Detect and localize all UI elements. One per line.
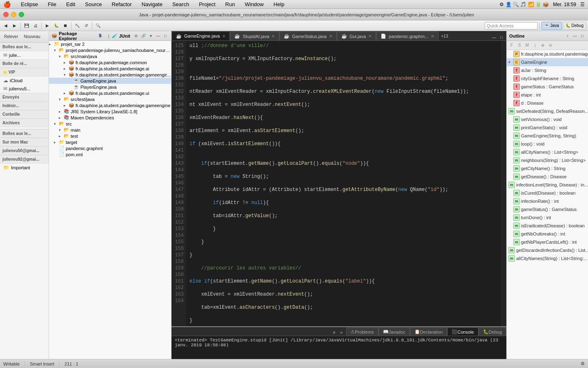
bottom-tab-javadoc[interactable]: 📖 Javadoc [379, 328, 410, 336]
editor-scrollbar[interactable] [501, 41, 506, 326]
bottom-tab-problems[interactable]: ⚠ Problems [346, 328, 378, 336]
editor-tab-gui[interactable]: ☕ Gui.java ✕ [337, 31, 376, 40]
tree-item-maven[interactable]: ▸ 📚 Maven Dependencies [49, 114, 171, 121]
collapse-all-btn[interactable]: ⊖ [133, 33, 139, 39]
tree-item-ui[interactable]: ▸ 📦 fr.dauphine.ja.student.pandemiage.ui [49, 90, 171, 96]
toolbar-stop[interactable]: ⏹ [61, 22, 69, 30]
outline-item-aijar[interactable]: f aiJar : String [507, 66, 588, 74]
maximize-panel-btn[interactable]: □ [162, 33, 169, 39]
editor-tab-more[interactable]: +13 [439, 31, 450, 40]
email-folder-important[interactable]: 📁 Important [0, 164, 49, 172]
outline-item-gamestatus-method[interactable]: m gameStatus() : GameStatus [507, 205, 588, 213]
toolbar-print[interactable]: 🖨 [31, 22, 40, 30]
tree-item-main[interactable]: ▾ 📂 main [49, 127, 171, 133]
toolbar-search[interactable]: 🔍 [94, 22, 102, 30]
outline-item-loop[interactable]: m loop() : void [507, 140, 588, 148]
email-relever[interactable]: Relever [2, 33, 20, 41]
menu-window[interactable]: Window [243, 1, 265, 7]
package-explorer-tab[interactable]: 📦 Package Explorer 5 [51, 31, 103, 41]
outline-item-infectionrate[interactable]: m infectionRate() : int [507, 197, 588, 205]
email-folder-julie[interactable]: ✉ julie... [0, 51, 49, 59]
outline-item-getdisease[interactable]: m getDisease() : Disease [507, 173, 588, 181]
outline-expand-all[interactable]: ⊕ [539, 42, 546, 49]
outline-item-package[interactable]: P fr.dauphine.ja.student.pandemiage.ga..… [507, 50, 588, 58]
tree-item-pandemiage-root[interactable]: ▾ 📂 projet-pandemiage-julienvu_samiachou… [49, 47, 171, 53]
close-tab-icon-4[interactable]: ✕ [368, 34, 372, 38]
toolbar-build[interactable]: 🔨 [73, 22, 81, 30]
editor-maximize-btn[interactable]: □ [498, 34, 505, 40]
tree-item-src-test[interactable]: ▾ 📂 src/test/java [49, 96, 171, 102]
outline-item-gameengine[interactable]: ▾ C GameEngine [507, 58, 588, 66]
outline-item-printgamestats[interactable]: m printGameStats() : void [507, 123, 588, 132]
outline-item-setvictorious[interactable]: m setVictorious() : void [507, 115, 588, 123]
tree-item-pom[interactable]: 📄 pom.xml [49, 151, 171, 157]
toolbar-refresh[interactable]: ↺ [82, 22, 90, 30]
outline-collapse-all[interactable]: ⊖ [547, 42, 554, 49]
toolbar-back[interactable]: ◀ [2, 22, 10, 30]
outline-item-allcitynames[interactable]: m allCityNames() : List<String> [507, 148, 588, 156]
tree-item-target[interactable]: ▸ 📁 target [49, 139, 171, 145]
tree-item-ai[interactable]: ▸ 📦 fr.dauphine.ja.student.pandemiage.ai [49, 65, 171, 72]
code-content[interactable]: ull ;//donnée d'une ville// y xmlInputFa… [186, 41, 501, 326]
editor-minimize-btn[interactable]: — [491, 34, 497, 40]
outline-item-getcityname[interactable]: m getCityName() : String [507, 164, 588, 173]
outline-item-turndone[interactable]: m turnDone() : int [507, 213, 588, 222]
tree-item-gameengine-java[interactable]: ☕ GameEngine.java [49, 78, 171, 84]
outline-item-infectionlevel[interactable]: m infectionLevel(String, Disease) : in..… [507, 181, 588, 189]
tree-item-test-folder[interactable]: ▸ 📂 test [49, 133, 171, 139]
toolbar-run[interactable]: ▶ [43, 22, 51, 30]
junit-tab[interactable]: 🧪 JUnit [112, 33, 131, 38]
bottom-tab-console[interactable]: ⬛ Console [447, 328, 478, 336]
perspective-debug[interactable]: 🐛 Debug [563, 22, 586, 30]
outline-hide-static[interactable]: S [516, 42, 523, 49]
tree-item-playerengine-java[interactable]: ☕ PlayerEngine.java [49, 84, 171, 90]
menu-source[interactable]: Source [83, 1, 103, 7]
tree-item-jre[interactable]: ▸ 📚 JRE System Library [JavaSE-1.8] [49, 108, 171, 114]
tree-item-pandemic-graphml[interactable]: 📄 pandemic.graphml [49, 145, 171, 151]
tree-item-test-gameengine[interactable]: ▸ 📦 fr.dauphine.ja.student.pandemiage.ga… [49, 102, 171, 108]
close-tab-icon-5[interactable]: ✕ [431, 34, 434, 38]
outline-item-setdefeated[interactable]: m setDefeated(String, DefeatReason... [507, 107, 588, 115]
outline-minimize-btn[interactable]: — [572, 33, 578, 39]
outline-maximize-btn[interactable]: □ [579, 33, 586, 39]
outline-item-neighbours[interactable]: m neighbours(String) : List<String> [507, 156, 588, 164]
outline-hide-methods[interactable]: M [524, 42, 530, 49]
close-tab-icon-3[interactable]: ✕ [329, 34, 332, 38]
outline-item-d[interactable]: f d : Disease [507, 99, 588, 107]
outline-item-etape[interactable]: f etape : int [507, 91, 588, 99]
editor-tab-gameengine[interactable]: ☕ GameEngine.java ✕ [172, 31, 230, 40]
email-nouveau[interactable]: Nouveau [22, 33, 42, 41]
menu-project[interactable]: Project [197, 1, 217, 7]
outline-item-iseradicated[interactable]: m isEradicated(Disease) : boolean [507, 222, 588, 230]
menu-run[interactable]: Run [224, 1, 237, 7]
outline-item-getdiscarded[interactable]: m getDiscardedInfectionCards() : List... [507, 246, 588, 254]
tree-item-projet-sar[interactable]: ▸ 📁 projet_sar 2 [49, 41, 171, 47]
outline-item-getnbplayercards[interactable]: m getNbPlayerCardsLeft() : int [507, 238, 588, 246]
outline-hide-fields[interactable]: F [508, 42, 515, 49]
menu-eclipse[interactable]: Eclipse [19, 1, 40, 7]
tree-item-gameengine-pkg[interactable]: ▾ 📦 fr.dauphine.ja.student.pandemiage.ga… [49, 72, 171, 78]
close-tab-icon[interactable]: ✕ [222, 34, 225, 38]
toolbar-forward[interactable]: ▶ [11, 22, 19, 30]
view-menu-btn[interactable]: ▾ [147, 33, 154, 39]
tree-item-src-main[interactable]: ▾ 📂 src/main/java [49, 53, 171, 59]
maximize-button[interactable] [19, 12, 24, 17]
minimize-panel-btn[interactable]: — [155, 33, 161, 39]
console-clear-btn[interactable]: ✕ [331, 329, 337, 336]
outline-item-citygraph[interactable]: f cityGraphFilename : String [507, 74, 588, 83]
menu-help[interactable]: Help [272, 1, 286, 7]
quick-access-box[interactable]: Quick Access [485, 22, 538, 29]
email-folder-julienvu[interactable]: ✉ julienvu5... [0, 85, 49, 93]
toolbar-debug[interactable]: 🐛 [52, 22, 60, 30]
menu-edit[interactable]: Edit [65, 1, 77, 7]
outline-item-constructor[interactable]: m GameEngine(String, String) [507, 132, 588, 140]
menu-refactor[interactable]: Refactor [110, 1, 133, 7]
close-tab-icon-2[interactable]: ✕ [272, 34, 275, 38]
email-folder-icloud[interactable]: ☁ iCloud [0, 76, 49, 85]
console-scroll-btn[interactable]: ≡ [338, 329, 345, 336]
close-button[interactable] [3, 12, 9, 17]
bottom-tab-debug[interactable]: 🐛 Debug [479, 328, 506, 336]
menu-navigate[interactable]: Navigate [140, 1, 164, 7]
tree-item-common[interactable]: ▸ 📦 fr.dauphine.ja.pandemiage.common [49, 59, 171, 65]
editor-tab-gamestatus[interactable]: ☕ GameStatus.java ✕ [279, 31, 336, 40]
